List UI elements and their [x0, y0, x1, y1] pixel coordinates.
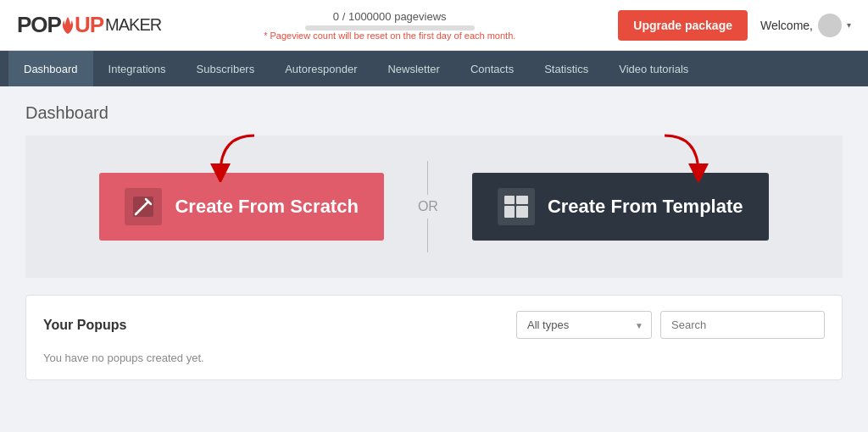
header: POPUPMAKER 0 / 1000000 pageviews * Pagev… — [0, 0, 868, 51]
arrow-right-icon — [656, 131, 724, 182]
create-from-template-button[interactable]: Create From Template — [472, 173, 769, 241]
pageview-count: 0 / 1000000 pageviews — [333, 10, 447, 23]
popups-section: Your Popups All types You have no popups… — [25, 295, 843, 380]
nav-item-autoresponder[interactable]: Autoresponder — [270, 51, 372, 86]
type-filter-wrapper: All types — [516, 311, 652, 339]
no-popups-message: You have no popups created yet. — [43, 352, 825, 364]
header-center: 0 / 1000000 pageviews * Pageview count w… — [264, 10, 515, 41]
pageview-note: * Pageview count will be reset on the fi… — [264, 30, 515, 41]
divider-line-bottom — [427, 219, 428, 252]
divider-line-top — [427, 161, 428, 195]
search-input[interactable] — [660, 311, 825, 339]
nav-item-integrations[interactable]: Integrations — [93, 51, 181, 86]
svg-rect-6 — [504, 196, 515, 204]
main-content: Dashboard — [0, 86, 868, 432]
nav-item-contacts[interactable]: Contacts — [455, 51, 529, 86]
create-template-label: Create From Template — [548, 196, 743, 218]
flame-icon — [62, 17, 74, 34]
nav-item-video-tutorials[interactable]: Video tutorials — [604, 51, 704, 86]
nav-item-statistics[interactable]: Statistics — [529, 51, 604, 86]
logo-maker: MAKER — [105, 15, 161, 35]
logo-pop: POP — [17, 12, 61, 38]
pencil-icon — [131, 195, 155, 219]
nav-item-dashboard[interactable]: Dashboard — [8, 51, 93, 86]
create-section: Create From Scratch OR Create From Templ… — [25, 136, 843, 278]
or-text: OR — [418, 199, 438, 214]
arrow-right-container — [656, 131, 724, 186]
svg-rect-7 — [516, 196, 528, 204]
grid-icon — [504, 195, 529, 219]
navigation: Dashboard Integrations Subscribers Autor… — [0, 51, 868, 86]
popups-title: Your Popups — [43, 318, 126, 333]
svg-rect-8 — [504, 206, 515, 218]
logo-up: UP — [75, 12, 103, 38]
welcome-area: Welcome, ▾ — [760, 14, 851, 37]
logo: POPUPMAKER — [17, 12, 161, 38]
scratch-icon — [125, 188, 162, 225]
welcome-label: Welcome, — [760, 19, 813, 32]
or-divider: OR — [418, 161, 438, 252]
create-scratch-label: Create From Scratch — [175, 196, 358, 218]
nav-item-subscribers[interactable]: Subscribers — [181, 51, 270, 86]
page-title: Dashboard — [25, 103, 843, 123]
header-right: Upgrade package Welcome, ▾ — [618, 10, 851, 41]
template-icon — [498, 188, 535, 225]
popups-filters: All types — [516, 311, 825, 339]
type-filter-select[interactable]: All types — [516, 311, 652, 339]
svg-rect-9 — [516, 206, 528, 218]
arrow-left-icon — [195, 131, 263, 182]
arrow-left-container — [195, 131, 263, 186]
nav-item-newsletter[interactable]: Newsletter — [372, 51, 454, 86]
chevron-down-icon[interactable]: ▾ — [847, 20, 851, 30]
user-avatar — [818, 14, 842, 37]
popups-header: Your Popups All types — [43, 311, 825, 339]
upgrade-button[interactable]: Upgrade package — [618, 10, 748, 41]
